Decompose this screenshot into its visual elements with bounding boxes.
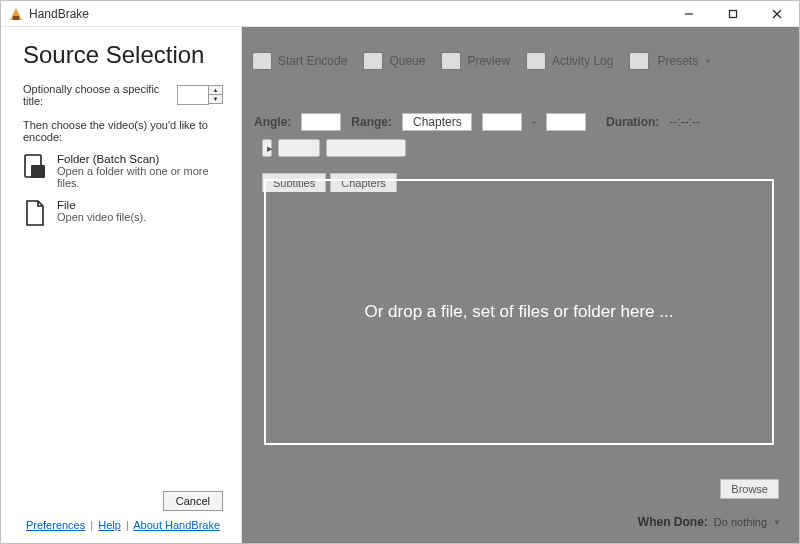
title-input[interactable] <box>177 85 209 105</box>
pill-1[interactable] <box>278 139 320 157</box>
log-icon <box>526 52 546 70</box>
window-controls <box>667 1 799 27</box>
tb-presets[interactable]: Presets▼ <box>629 52 712 70</box>
open-file-choice[interactable]: File Open video file(s). <box>23 199 223 227</box>
range-type[interactable]: Chapters <box>402 113 472 131</box>
tb-activity[interactable]: Activity Log <box>526 52 613 70</box>
angle-label: Angle: <box>254 115 291 129</box>
when-done-select[interactable]: Do nothing <box>714 516 767 528</box>
app-icon <box>9 7 23 21</box>
when-done-row: When Done: Do nothing ▼ <box>638 515 781 529</box>
file-sub: Open video file(s). <box>57 211 146 223</box>
bg-angle-row: Angle: Range: Chapters - Duration: --:--… <box>254 113 779 131</box>
duration-value: --:--:-- <box>669 115 700 129</box>
source-selection-panel: Source Selection Optionally choose a spe… <box>1 27 242 543</box>
close-button[interactable] <box>755 1 799 27</box>
bg-pill-row: ▸ <box>242 139 406 157</box>
window-title: HandBrake <box>29 7 89 21</box>
cancel-button[interactable]: Cancel <box>163 491 223 511</box>
play-icon <box>252 52 272 70</box>
file-icon <box>23 199 47 227</box>
tb-start-encode[interactable]: Start Encode <box>252 52 347 70</box>
link-about[interactable]: About HandBrake <box>133 519 220 531</box>
range-sep: - <box>532 115 536 129</box>
chevron-down-icon: ▼ <box>773 518 781 527</box>
drop-text: Or drop a file, set of files or folder h… <box>365 302 674 322</box>
chevron-down-icon: ▼ <box>704 57 712 66</box>
svg-rect-7 <box>31 165 45 178</box>
browse-button[interactable]: Browse <box>720 479 779 499</box>
pill-arrow[interactable]: ▸ <box>262 139 272 157</box>
open-folder-choice[interactable]: Folder (Batch Scan) Open a folder with o… <box>23 153 223 189</box>
range-to[interactable] <box>546 113 586 131</box>
toolbar: Start Encode Queue Preview Activity Log … <box>232 43 799 79</box>
spin-down[interactable]: ▼ <box>208 94 223 104</box>
range-from[interactable] <box>482 113 522 131</box>
range-label: Range: <box>351 115 392 129</box>
tb-queue[interactable]: Queue <box>363 52 425 70</box>
queue-icon <box>363 52 383 70</box>
encode-label: Then choose the video(s) you'd like to e… <box>23 119 223 143</box>
presets-icon <box>629 52 649 70</box>
link-help[interactable]: Help <box>98 519 121 531</box>
angle-value[interactable] <box>301 113 341 131</box>
preview-icon <box>441 52 461 70</box>
panel-links: Preferences | Help | About HandBrake <box>23 519 223 533</box>
maximize-button[interactable] <box>711 1 755 27</box>
when-done-label: When Done: <box>638 515 708 529</box>
panel-heading: Source Selection <box>23 41 223 69</box>
folder-sub: Open a folder with one or more files. <box>57 165 223 189</box>
link-preferences[interactable]: Preferences <box>26 519 85 531</box>
title-spinner: ▲ ▼ <box>177 85 223 105</box>
drop-zone[interactable]: Or drop a file, set of files or folder h… <box>264 179 774 445</box>
duration-label: Duration: <box>606 115 659 129</box>
svg-rect-1 <box>13 16 19 20</box>
minimize-button[interactable] <box>667 1 711 27</box>
file-title: File <box>57 199 146 211</box>
pill-2[interactable] <box>326 139 406 157</box>
folder-title: Folder (Batch Scan) <box>57 153 223 165</box>
folder-icon <box>23 153 47 181</box>
tb-preview[interactable]: Preview <box>441 52 510 70</box>
title-label: Optionally choose a specific title: <box>23 83 171 107</box>
svg-rect-3 <box>730 11 737 18</box>
